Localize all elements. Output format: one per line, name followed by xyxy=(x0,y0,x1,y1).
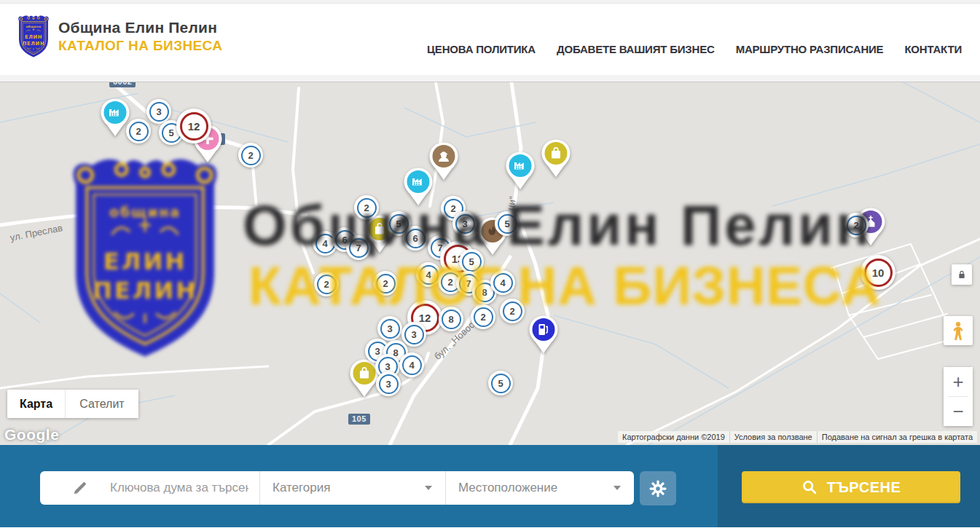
category-select-label: Категория xyxy=(273,481,330,495)
nav-item-contacts[interactable]: КОНТАКТИ xyxy=(904,43,962,55)
location-select[interactable]: Местоположение xyxy=(446,471,634,505)
pegman-icon xyxy=(948,320,968,341)
cluster-marker[interactable]: 12 xyxy=(176,109,211,143)
search-panel: Категория Местоположение xyxy=(40,471,634,505)
road-badge: 6002 xyxy=(109,82,136,87)
zoom-control: + − xyxy=(944,367,973,426)
map-type-control: Карта Сателит xyxy=(7,390,138,418)
nav-item-pricing[interactable]: ЦЕНОВА ПОЛИТИКА xyxy=(427,43,536,55)
map-type-satellite-button[interactable]: Сателит xyxy=(66,390,138,418)
pin-marker-bag[interactable] xyxy=(540,138,572,179)
municipality-crest-icon xyxy=(16,15,51,58)
attribution-report-error-link[interactable]: Подаване на сигнал за грешка в картата xyxy=(817,431,977,443)
cluster-marker[interactable]: 4 xyxy=(399,352,424,377)
cluster-marker[interactable]: 3 xyxy=(376,371,401,396)
site-title: Община Елин Пелин xyxy=(58,19,222,36)
cluster-marker[interactable]: 2 xyxy=(471,304,495,329)
category-select[interactable]: Категория xyxy=(260,471,446,505)
cluster-marker[interactable]: 5 xyxy=(495,211,520,236)
cluster-marker[interactable]: 2 xyxy=(373,271,398,296)
google-logo[interactable]: Google xyxy=(4,426,59,444)
google-map-canvas[interactable]: ул. Преславбул. „Новоселци“6002105 xyxy=(0,82,980,445)
cluster-marker[interactable]: 2 xyxy=(354,195,379,220)
attribution-terms-link[interactable]: Условия за ползване xyxy=(729,431,817,443)
attribution-copyright: Картографски данни ©2019 xyxy=(618,431,729,443)
search-submit-button[interactable]: ТЪРСЕНЕ xyxy=(742,471,960,503)
street-view-pegman-button[interactable] xyxy=(944,316,973,345)
zoom-out-button[interactable]: − xyxy=(944,397,973,426)
map-type-map-button[interactable]: Карта xyxy=(7,390,66,418)
location-select-label: Местоположение xyxy=(458,481,557,495)
lock-icon xyxy=(956,269,968,280)
pin-marker-worker[interactable] xyxy=(428,141,460,182)
cluster-marker[interactable]: 3 xyxy=(452,211,477,236)
search-icon xyxy=(801,479,818,495)
search-button-label: ТЪРСЕНЕ xyxy=(827,479,901,496)
cluster-marker[interactable]: 5 xyxy=(459,249,484,274)
pin-marker-fuel[interactable] xyxy=(528,315,560,355)
cluster-marker[interactable]: 8 xyxy=(439,307,463,331)
gear-icon xyxy=(648,479,667,498)
main-nav: ЦЕНОВА ПОЛИТИКА ДОБАВЕТЕ ВАШИЯТ БИЗНЕС М… xyxy=(427,43,962,55)
advanced-search-settings-button[interactable] xyxy=(640,471,676,505)
cluster-marker[interactable]: 2 xyxy=(314,272,339,296)
chevron-down-icon xyxy=(614,486,621,490)
pencil-icon xyxy=(72,480,88,496)
cluster-marker[interactable]: 4 xyxy=(490,270,515,295)
search-bar-section: Категория Местоположение xyxy=(0,445,980,527)
cluster-marker[interactable]: 2 xyxy=(500,299,525,323)
map-attribution: Картографски данни ©2019 Условия за полз… xyxy=(618,431,977,443)
cluster-marker[interactable]: 2 xyxy=(238,143,263,168)
cluster-marker[interactable]: 2 xyxy=(126,119,151,143)
cluster-marker[interactable]: 3 xyxy=(401,322,426,347)
pin-marker-factory[interactable] xyxy=(504,151,536,192)
site-subtitle: КАТАЛОГ НА БИЗНЕСА xyxy=(58,38,222,54)
cluster-marker[interactable]: 7 xyxy=(346,235,371,260)
cluster-marker[interactable]: 2 xyxy=(844,213,869,237)
site-header: Община Елин Пелин КАТАЛОГ НА БИЗНЕСА ЦЕН… xyxy=(0,4,980,75)
cluster-marker[interactable]: 10 xyxy=(861,255,895,290)
road-badge: 105 xyxy=(348,414,370,425)
zoom-in-button[interactable]: + xyxy=(944,367,973,396)
cluster-marker[interactable]: 5 xyxy=(488,371,513,395)
nav-item-add-business[interactable]: ДОБАВЕТЕ ВАШИЯТ БИЗНЕС xyxy=(557,43,715,55)
map-lock-button[interactable] xyxy=(952,264,972,285)
chevron-down-icon xyxy=(425,486,432,490)
nav-item-route-schedule[interactable]: МАРШРУТНО РАЗПИСАНИЕ xyxy=(736,43,884,55)
cluster-marker[interactable]: 6 xyxy=(403,226,428,251)
cluster-marker[interactable]: 3 xyxy=(377,316,402,341)
cluster-marker[interactable]: 4 xyxy=(416,262,441,287)
site-logo[interactable]: Община Елин Пелин КАТАЛОГ НА БИЗНЕСА xyxy=(16,15,222,58)
keyword-segment xyxy=(40,471,260,505)
header-divider xyxy=(0,75,980,82)
keyword-search-input[interactable] xyxy=(110,481,248,495)
